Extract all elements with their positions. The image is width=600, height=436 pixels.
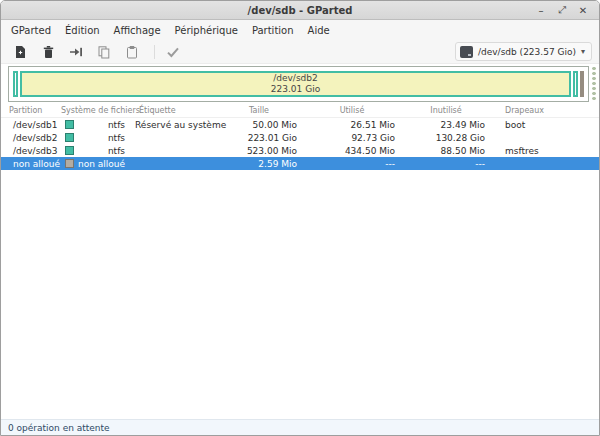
table-row-sdb1[interactable]: /dev/sdb1 ntfs Réservé au système 50.00 … — [1, 118, 599, 131]
titlebar: /dev/sdb - GParted – ⤢ ✕ — [1, 1, 599, 20]
copy-icon — [97, 45, 111, 59]
cell-partition: non alloué — [1, 159, 59, 169]
window-controls: – ⤢ ✕ — [534, 3, 599, 17]
disk-visual-frame: /dev/sdb2 223.01 Gio — [8, 66, 589, 102]
filesystem-name: ntfs — [108, 120, 125, 130]
table-row-unallocated-selected[interactable]: non alloué non alloué 2.59 Mio --- --- — [1, 157, 599, 170]
maximize-button[interactable]: ⤢ — [555, 3, 569, 17]
paste-button[interactable] — [120, 42, 144, 62]
chevron-down-icon: ▾ — [581, 47, 585, 56]
filesystem-color-swatch — [65, 159, 74, 168]
table-header-row: Partition Système de fichiers Étiquette … — [1, 104, 599, 118]
device-selector[interactable]: /dev/sdb (223.57 Gio) ▾ — [455, 42, 592, 61]
partition-segment-sdb1[interactable] — [13, 71, 18, 97]
cell-unused: --- — [401, 159, 491, 169]
cell-partition: /dev/sdb2 — [1, 133, 59, 143]
cell-partition: /dev/sdb3 — [1, 146, 59, 156]
cell-used: 434.50 Mio — [303, 146, 401, 156]
cell-unused: 88.50 Mio — [401, 146, 491, 156]
disk-visual-area: /dev/sdb2 223.01 Gio — [1, 64, 599, 104]
partition-segment-unallocated[interactable] — [580, 71, 584, 97]
apply-operations-button[interactable] — [161, 42, 185, 62]
close-button[interactable]: ✕ — [576, 3, 590, 17]
header-flags: Drapeaux — [491, 106, 599, 115]
toolbar: /dev/sdb (223.57 Gio) ▾ — [1, 40, 599, 64]
window-title: /dev/sdb - GParted — [1, 5, 599, 16]
cell-filesystem: non alloué — [59, 159, 131, 169]
filesystem-color-swatch — [65, 120, 74, 129]
cell-filesystem: ntfs — [59, 146, 131, 156]
minimize-button[interactable]: – — [534, 3, 548, 17]
window-edge-grip — [590, 66, 598, 102]
cell-flags: boot — [491, 120, 599, 130]
checkmark-icon — [166, 45, 180, 59]
resize-move-icon — [69, 45, 83, 59]
empty-area — [1, 170, 599, 419]
table-row-sdb2[interactable]: /dev/sdb2 ntfs 223.01 Gio 92.73 Gio 130.… — [1, 131, 599, 144]
header-used: Utilisé — [303, 106, 401, 115]
header-label: Étiquette — [131, 106, 215, 115]
header-size: Taille — [215, 106, 303, 115]
menu-affichage[interactable]: Affichage — [107, 22, 168, 39]
menubar: GParted Édition Affichage Périphérique P… — [1, 20, 599, 40]
filesystem-name: non alloué — [78, 159, 125, 169]
cell-size: 523.00 Mio — [215, 146, 303, 156]
filesystem-color-swatch — [65, 146, 74, 155]
gparted-window: /dev/sdb - GParted – ⤢ ✕ GParted Édition… — [0, 0, 600, 436]
cell-unused: 130.28 Gio — [401, 133, 491, 143]
menu-edition[interactable]: Édition — [58, 22, 107, 39]
cell-unused: 23.49 Mio — [401, 120, 491, 130]
menu-gparted[interactable]: GParted — [4, 22, 58, 39]
cell-label: Réservé au système — [131, 120, 215, 130]
toolbar-separator — [154, 45, 155, 59]
partition-segment-sdb3[interactable] — [573, 71, 578, 97]
cell-partition: /dev/sdb1 — [1, 120, 59, 130]
partition-segment-sdb2[interactable]: /dev/sdb2 223.01 Gio — [20, 71, 571, 97]
resize-move-button[interactable] — [64, 42, 88, 62]
cell-flags: msftres — [491, 146, 599, 156]
new-partition-button[interactable] — [8, 42, 32, 62]
status-text: 0 opération en attente — [8, 423, 110, 433]
segment-label: /dev/sdb2 — [273, 73, 317, 84]
cell-filesystem: ntfs — [59, 120, 131, 130]
menu-aide[interactable]: Aide — [301, 22, 337, 39]
delete-partition-button[interactable] — [36, 42, 60, 62]
new-partition-icon — [14, 45, 27, 59]
cell-size: 50.00 Mio — [215, 120, 303, 130]
segment-size: 223.01 Gio — [271, 84, 320, 95]
menu-peripherique[interactable]: Périphérique — [168, 22, 245, 39]
filesystem-name: ntfs — [108, 146, 125, 156]
menu-partition[interactable]: Partition — [245, 22, 301, 39]
table-row-sdb3[interactable]: /dev/sdb3 ntfs 523.00 Mio 434.50 Mio 88.… — [1, 144, 599, 157]
partition-table: Partition Système de fichiers Étiquette … — [1, 104, 599, 170]
filesystem-name: ntfs — [108, 133, 125, 143]
header-partition: Partition — [1, 106, 59, 115]
trash-icon — [42, 45, 55, 59]
cell-used: --- — [303, 159, 401, 169]
cell-size: 223.01 Gio — [215, 133, 303, 143]
header-unused: Inutilisé — [401, 106, 491, 115]
cell-used: 92.73 Gio — [303, 133, 401, 143]
device-selector-value: /dev/sdb (223.57 Gio) — [478, 47, 576, 57]
cell-filesystem: ntfs — [59, 133, 131, 143]
cell-used: 26.51 Mio — [303, 120, 401, 130]
paste-icon — [125, 45, 139, 59]
cell-size: 2.59 Mio — [215, 159, 303, 169]
copy-button[interactable] — [92, 42, 116, 62]
header-filesystem: Système de fichiers — [59, 106, 131, 115]
statusbar: 0 opération en attente — [1, 419, 599, 435]
filesystem-color-swatch — [65, 133, 74, 142]
drive-icon — [460, 46, 473, 58]
